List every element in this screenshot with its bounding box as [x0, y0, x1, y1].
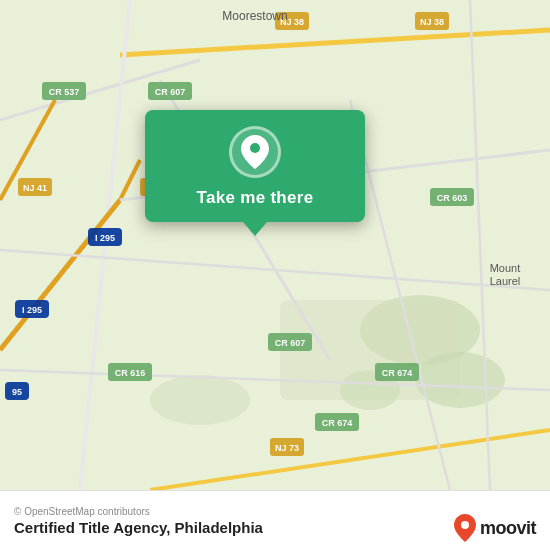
- svg-text:Laurel: Laurel: [490, 275, 521, 287]
- moovit-logo: moovit: [454, 514, 536, 542]
- map-view: CR 537 CR 607 NJ 38 NJ 38 Moorestown NJ …: [0, 0, 550, 490]
- svg-text:CR 603: CR 603: [437, 193, 468, 203]
- moovit-pin-icon: [454, 514, 476, 542]
- bottom-info-bar: © OpenStreetMap contributors Certified T…: [0, 490, 550, 550]
- svg-text:I 295: I 295: [95, 233, 115, 243]
- navigation-popup[interactable]: Take me there: [145, 110, 365, 222]
- svg-text:CR 607: CR 607: [155, 87, 186, 97]
- moovit-brand-text: moovit: [480, 518, 536, 539]
- svg-point-53: [461, 521, 469, 529]
- take-me-there-button[interactable]: Take me there: [197, 188, 314, 208]
- svg-point-52: [250, 143, 260, 153]
- svg-text:Moorestown: Moorestown: [222, 9, 287, 23]
- svg-text:CR 616: CR 616: [115, 368, 146, 378]
- svg-text:CR 674: CR 674: [382, 368, 413, 378]
- svg-point-5: [150, 375, 250, 425]
- svg-text:NJ 38: NJ 38: [420, 17, 444, 27]
- svg-text:NJ 41: NJ 41: [23, 183, 47, 193]
- svg-text:95: 95: [12, 387, 22, 397]
- svg-text:NJ 73: NJ 73: [275, 443, 299, 453]
- location-pin-icon: [229, 126, 281, 178]
- svg-text:I 295: I 295: [22, 305, 42, 315]
- svg-text:Mount: Mount: [490, 262, 521, 274]
- svg-text:CR 537: CR 537: [49, 87, 80, 97]
- svg-text:CR 607: CR 607: [275, 338, 306, 348]
- svg-text:CR 674: CR 674: [322, 418, 353, 428]
